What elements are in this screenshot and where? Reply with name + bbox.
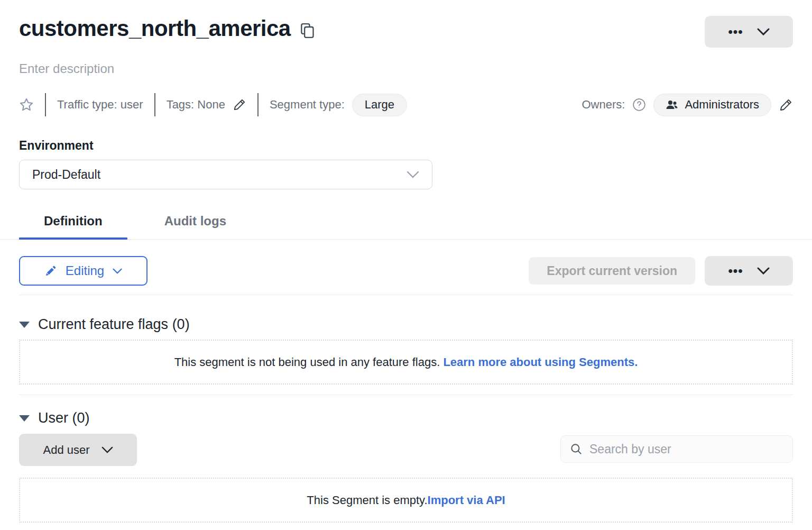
user-section-header[interactable]: User (0) — [19, 410, 793, 426]
learn-more-link[interactable]: Learn more about using Segments. — [443, 355, 638, 369]
copy-name-icon[interactable] — [300, 22, 315, 39]
edit-owners-pencil-icon[interactable] — [779, 98, 793, 112]
owners-label: Owners: — [582, 98, 625, 112]
user-empty-text: This Segment is empty. — [307, 494, 427, 507]
ellipsis-icon: ••• — [728, 25, 743, 38]
owners-help-icon[interactable] — [632, 98, 646, 112]
divider — [45, 93, 46, 116]
search-by-user-box[interactable] — [560, 435, 793, 463]
editing-mode-button[interactable]: Editing — [19, 256, 147, 286]
user-empty-state: This Segment is empty. Import via API — [19, 478, 793, 523]
segment-type-label: Segment type: — [270, 98, 345, 112]
chevron-down-icon — [757, 267, 770, 275]
segment-detail-page: customers_north_america ••• Enter descri… — [0, 0, 812, 530]
owners-value: Administrators — [685, 98, 759, 112]
owners-group: Owners: Administrators — [582, 94, 793, 116]
export-current-version-button[interactable]: Export current version — [529, 257, 695, 285]
add-user-label: Add user — [43, 443, 89, 457]
feature-flags-empty-text: This segment is not being used in any fe… — [174, 355, 444, 369]
meta-row: Traffic type: user Tags: None Segment ty… — [19, 93, 793, 116]
ellipsis-icon: ••• — [728, 264, 743, 277]
tags-label: Tags: None — [167, 98, 225, 112]
favorite-star-icon[interactable] — [19, 97, 34, 112]
tabs: Definition Audit logs — [19, 214, 793, 239]
feature-flags-section-header[interactable]: Current feature flags (0) — [19, 316, 793, 333]
page-more-actions-button[interactable]: ••• — [705, 16, 793, 48]
collapse-triangle-icon — [19, 415, 30, 422]
tab-audit-logs[interactable]: Audit logs — [140, 214, 251, 239]
user-section-title: User (0) — [38, 410, 90, 426]
edit-tags-pencil-icon[interactable] — [233, 98, 246, 112]
environment-selected-value: Prod-Default — [32, 168, 100, 182]
divider — [257, 93, 259, 116]
collapse-triangle-icon — [19, 322, 30, 328]
chevron-down-icon — [757, 28, 770, 35]
environment-select[interactable]: Prod-Default — [19, 160, 432, 189]
tab-definition[interactable]: Definition — [19, 214, 127, 239]
traffic-type-label: Traffic type: user — [57, 98, 143, 112]
chevron-down-icon — [407, 171, 419, 178]
user-controls-row: Add user — [19, 434, 793, 466]
description-placeholder[interactable]: Enter description — [19, 61, 793, 76]
editing-label: Editing — [66, 263, 104, 278]
divider — [19, 395, 793, 395]
environment-label: Environment — [19, 139, 793, 153]
feature-flags-empty-state: This segment is not being used in any fe… — [19, 340, 793, 385]
feature-flags-section-title: Current feature flags (0) — [38, 316, 190, 333]
import-via-api-link[interactable]: Import via API — [428, 494, 505, 507]
chevron-down-icon — [102, 446, 113, 453]
chevron-down-icon — [113, 268, 122, 274]
owners-pill[interactable]: Administrators — [653, 94, 771, 116]
header: customers_north_america ••• — [19, 0, 793, 48]
page-title: customers_north_america — [19, 16, 291, 41]
pencil-icon — [44, 264, 57, 277]
divider — [154, 93, 155, 116]
definition-toolbar: Editing Export current version ••• — [19, 256, 793, 286]
search-icon — [569, 442, 583, 456]
people-icon — [666, 99, 678, 111]
add-user-button[interactable]: Add user — [19, 434, 137, 466]
search-by-user-input[interactable] — [589, 442, 784, 456]
definition-more-actions-button[interactable]: ••• — [705, 256, 793, 286]
divider — [19, 295, 793, 295]
segment-type-badge: Large — [352, 94, 407, 116]
